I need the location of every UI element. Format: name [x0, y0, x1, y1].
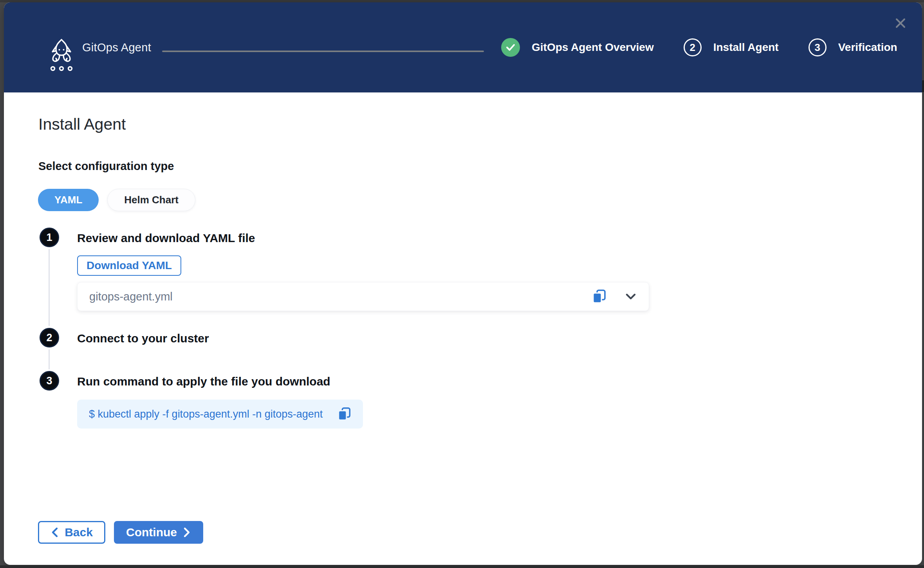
back-button-label: Back	[65, 526, 93, 539]
step-2-badge: 2	[40, 328, 59, 347]
stepper-label: Verification	[838, 41, 897, 54]
dialog-header: GitOps Agent GitOps Agent Overview 2 Ins…	[4, 2, 922, 92]
page-title: Install Agent	[38, 115, 126, 134]
step-2-title: Connect to your cluster	[77, 332, 209, 345]
stepper-item-verification[interactable]: 3 Verification	[808, 38, 897, 56]
chevron-right-icon	[182, 527, 191, 538]
config-option-helm-chart[interactable]: Helm Chart	[107, 189, 195, 211]
install-agent-dialog: GitOps Agent GitOps Agent Overview 2 Ins…	[4, 2, 922, 565]
config-option-yaml[interactable]: YAML	[38, 189, 99, 211]
kubectl-command-panel: $ kubectl apply -f gitops-agent.yml -n g…	[77, 400, 363, 429]
copy-icon[interactable]	[591, 288, 608, 305]
step-1-title: Review and download YAML file	[77, 232, 255, 245]
download-yaml-button[interactable]: Download YAML	[77, 255, 181, 276]
dialog-footer: Back Continue	[38, 521, 203, 544]
continue-button[interactable]: Continue	[114, 521, 203, 544]
stepper-label: GitOps Agent Overview	[532, 41, 654, 54]
close-icon[interactable]	[892, 14, 910, 32]
stepper-item-install-agent[interactable]: 2 Install Agent	[684, 38, 779, 56]
wizard-stepper: GitOps Agent Overview 2 Install Agent 3 …	[501, 2, 897, 92]
stepper-label: Install Agent	[713, 41, 779, 54]
step-3-title: Run command to apply the file you downlo…	[77, 375, 330, 388]
gitops-squid-logo-icon	[49, 38, 74, 73]
step-connector-line	[49, 349, 50, 369]
back-button[interactable]: Back	[38, 521, 105, 544]
step-1-badge: 1	[40, 228, 59, 247]
chevron-down-icon[interactable]	[623, 289, 639, 304]
step-connector-line	[49, 249, 50, 326]
step-number-badge: 2	[684, 38, 702, 56]
copy-icon[interactable]	[336, 406, 353, 422]
dialog-title: GitOps Agent	[82, 2, 151, 92]
continue-button-label: Continue	[126, 526, 177, 539]
config-type-label: Select configuration type	[38, 160, 174, 173]
yaml-file-panel[interactable]: gitops-agent.yml	[77, 282, 649, 311]
config-type-toggle: YAML Helm Chart	[38, 189, 195, 211]
chevron-left-icon	[51, 527, 59, 538]
step-3-badge: 3	[40, 371, 59, 391]
kubectl-command-text: $ kubectl apply -f gitops-agent.yml -n g…	[89, 408, 336, 420]
yaml-filename: gitops-agent.yml	[89, 290, 591, 303]
header-divider	[162, 51, 484, 52]
stepper-item-overview[interactable]: GitOps Agent Overview	[501, 38, 654, 57]
step-number-badge: 3	[808, 38, 827, 56]
check-circle-icon	[501, 38, 520, 57]
